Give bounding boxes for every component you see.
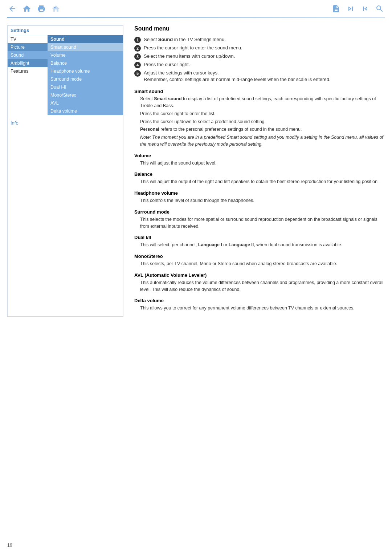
- sound-menu-item-smart-sound[interactable]: Smart sound: [48, 43, 123, 51]
- section-balance-title: Balance: [134, 171, 385, 177]
- section-avl-title: AVL (Automatic Volume Leveler): [134, 272, 385, 278]
- home-icon[interactable]: [22, 4, 32, 14]
- sound-menu-item-mono-stereo[interactable]: Mono/Stereo: [48, 91, 123, 99]
- section-smart-sound: Smart sound Select Smart sound to displa…: [134, 89, 385, 147]
- sidebar-item-tv[interactable]: TV: [8, 35, 48, 43]
- section-dual-i-ii-body: This will select, per channel, Language …: [134, 242, 385, 248]
- settings-row: TV Picture Sound Ambilight Features Soun…: [8, 35, 123, 115]
- section-delta-volume-body: This allows you to correct for any perma…: [134, 305, 385, 312]
- sound-menu-item-dual-i-ii[interactable]: Dual I-II: [48, 83, 123, 91]
- section-mono-stereo-body: This selects, per TV channel, Mono or St…: [134, 260, 385, 267]
- sound-menu-item-avl[interactable]: AVL: [48, 99, 123, 107]
- section-delta-volume: Delta volume This allows you to correct …: [134, 298, 385, 312]
- section-headphone-volume: Headphone volume This controls the level…: [134, 190, 385, 204]
- step-1-num: 1: [134, 37, 141, 43]
- content-area: Sound menu 1 Select Sound in the TV Sett…: [134, 25, 385, 317]
- settings-left-column: TV Picture Sound Ambilight Features: [8, 35, 48, 115]
- settings-box-icon[interactable]: [51, 4, 61, 14]
- settings-right-column: Sound Smart sound Volume Balance Headpho…: [48, 35, 123, 115]
- next-icon[interactable]: [346, 4, 356, 14]
- section-mono-stereo: Mono/Stereo This selects, per TV channel…: [134, 254, 385, 267]
- sidebar-item-ambilight[interactable]: Ambilight: [8, 59, 48, 67]
- sound-menu-item-headphone-volume[interactable]: Headphone volume: [48, 67, 123, 75]
- section-volume-title: Volume: [134, 153, 385, 158]
- settings-spacer: [8, 115, 123, 118]
- separator-line: [7, 17, 385, 18]
- step-5-text: Adjust the settings with cursor keys.Rem…: [144, 70, 330, 83]
- step-1: 1 Select Sound in the TV Settings menu.: [134, 36, 385, 43]
- section-surround-mode-title: Surround mode: [134, 209, 385, 215]
- toolbar-right: [331, 4, 385, 14]
- print-icon[interactable]: [36, 4, 46, 14]
- step-3-text: Select the menu items with cursor up/dow…: [144, 53, 235, 60]
- step-2-num: 2: [134, 45, 141, 52]
- section-avl: AVL (Automatic Volume Leveler) This auto…: [134, 272, 385, 293]
- section-dual-i-ii-title: Dual I/II: [134, 235, 385, 240]
- step-1-text: Select Sound in the TV Settings menu.: [144, 36, 226, 43]
- sound-menu-item-sound[interactable]: Sound: [48, 35, 123, 43]
- svg-rect-0: [54, 7, 56, 8]
- section-balance-body: This will adjust the output of the right…: [134, 178, 385, 185]
- section-smart-sound-title: Smart sound: [134, 89, 385, 94]
- section-mono-stereo-title: Mono/Stereo: [134, 254, 385, 259]
- info-link[interactable]: Info: [8, 118, 123, 128]
- step-2-text: Press the cursor right to enter the soun…: [144, 45, 242, 51]
- section-smart-sound-body: Select Smart sound to display a list of …: [134, 96, 385, 147]
- back-icon[interactable]: [7, 4, 17, 14]
- section-headphone-volume-title: Headphone volume: [134, 190, 385, 196]
- page-title: Sound menu: [134, 25, 385, 32]
- section-avl-body: This automatically reduces the volume di…: [134, 279, 385, 293]
- step-5-num: 5: [134, 70, 141, 77]
- section-surround-mode-body: This selects the modes for more spatial …: [134, 216, 385, 230]
- main-content: Settings TV Picture Sound Ambilight Feat…: [0, 25, 392, 317]
- steps-list: 1 Select Sound in the TV Settings menu. …: [134, 36, 385, 83]
- sidebar-item-picture[interactable]: Picture: [8, 43, 48, 51]
- prev-icon[interactable]: [360, 4, 370, 14]
- toolbar: [0, 0, 392, 17]
- section-volume: Volume This will adjust the sound output…: [134, 153, 385, 167]
- section-volume-body: This will adjust the sound output level.: [134, 160, 385, 167]
- sidebar-item-sound[interactable]: Sound: [8, 51, 48, 59]
- toolbar-left: [7, 4, 61, 14]
- sound-menu-item-volume[interactable]: Volume: [48, 51, 123, 59]
- step-4: 4 Press the cursor right.: [134, 61, 385, 68]
- settings-panel-title: Settings: [8, 26, 123, 35]
- step-5: 5 Adjust the settings with cursor keys.R…: [134, 70, 385, 83]
- sound-menu-item-balance[interactable]: Balance: [48, 59, 123, 67]
- sidebar-item-features[interactable]: Features: [8, 67, 48, 75]
- section-balance: Balance This will adjust the output of t…: [134, 171, 385, 185]
- page-number: 16: [7, 543, 12, 548]
- step-4-num: 4: [134, 62, 141, 68]
- section-delta-volume-title: Delta volume: [134, 298, 385, 303]
- sound-menu-item-surround-mode[interactable]: Surround mode: [48, 75, 123, 83]
- step-3-num: 3: [134, 53, 141, 60]
- sound-menu-item-delta-volume[interactable]: Delta volume: [48, 107, 123, 115]
- search-icon[interactable]: [375, 4, 385, 14]
- step-3: 3 Select the menu items with cursor up/d…: [134, 53, 385, 60]
- section-headphone-volume-body: This controls the level of sound through…: [134, 197, 385, 204]
- settings-panel: Settings TV Picture Sound Ambilight Feat…: [7, 25, 123, 317]
- section-surround-mode: Surround mode This selects the modes for…: [134, 209, 385, 230]
- section-dual-i-ii: Dual I/II This will select, per channel,…: [134, 235, 385, 248]
- step-2: 2 Press the cursor right to enter the so…: [134, 45, 385, 52]
- step-4-text: Press the cursor right.: [144, 61, 190, 68]
- document-icon[interactable]: [331, 4, 341, 14]
